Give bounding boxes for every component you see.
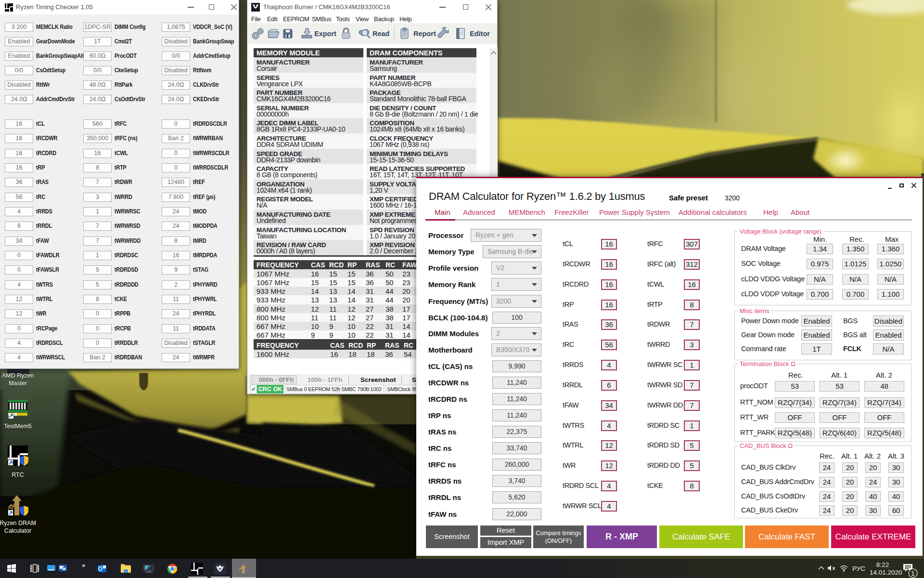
svg-text:1: 1 (911, 570, 915, 577)
